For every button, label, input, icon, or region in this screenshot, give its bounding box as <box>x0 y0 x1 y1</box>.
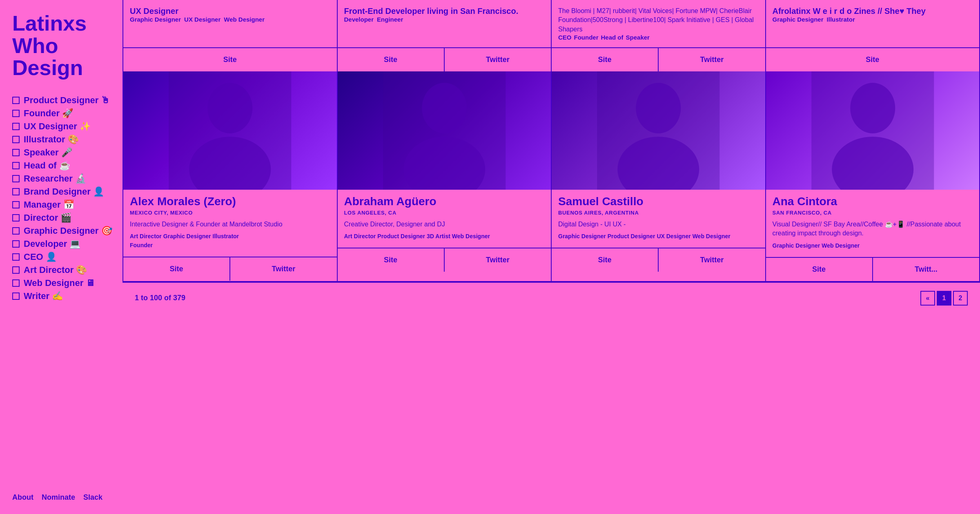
filter-checkbox-ceo[interactable] <box>12 253 20 261</box>
card-extra-tag: Founder <box>130 242 153 248</box>
top-card-4: Afrolatinx W e i r d o Zines // She♥ The… <box>766 0 980 71</box>
card-2: Samuel CastilloBuenos Aires, ArgentinaDi… <box>552 71 766 282</box>
top-cards-row: UX Designer Graphic Designer UX Designer… <box>122 0 980 71</box>
top-card-3-twitter-btn[interactable]: Twitter <box>659 48 765 71</box>
filter-item-writer[interactable]: Writer ✍ <box>12 290 114 303</box>
pagination-page-1[interactable]: 1 <box>937 291 951 306</box>
card-btn-twitter[interactable]: Twitter <box>659 248 765 272</box>
card-role-tag: Web Designer <box>693 233 731 239</box>
card-btn-site[interactable]: Site <box>338 248 445 272</box>
filter-item-art-director[interactable]: Art Director 🎨 <box>12 264 114 277</box>
filter-item-illustrator[interactable]: Illustrator 🎨 <box>12 133 114 146</box>
card-photo-2 <box>552 71 765 190</box>
card-info-2: Samuel CastilloBuenos Aires, ArgentinaDi… <box>552 190 765 248</box>
filter-item-brand-designer[interactable]: Brand Designer 👤 <box>12 185 114 198</box>
filter-label-ux-designer: UX Designer ✨ <box>24 121 91 132</box>
card-buttons-0: SiteTwitter <box>123 257 337 281</box>
filter-checkbox-graphic-designer[interactable] <box>12 227 20 235</box>
top-card-2: Front-End Developer living in San Franci… <box>338 0 552 71</box>
pagination-row: 1 to 100 of 379 « 1 2 <box>122 282 980 314</box>
footer-slack[interactable]: Slack <box>83 493 102 502</box>
svg-point-1 <box>207 83 252 133</box>
top-card-4-role: Afrolatinx W e i r d o Zines // She♥ The… <box>773 7 973 16</box>
card-roles-0: Art DirectorGraphic DesignerIllustrator <box>130 233 330 239</box>
filter-checkbox-director[interactable] <box>12 214 20 222</box>
filter-item-ux-designer[interactable]: UX Designer ✨ <box>12 120 114 133</box>
filter-checkbox-writer[interactable] <box>12 292 20 300</box>
svg-point-7 <box>636 83 681 133</box>
card-name-1: Abraham Agüero <box>344 195 545 208</box>
filter-item-graphic-designer[interactable]: Graphic Designer 🎯 <box>12 224 114 237</box>
filter-item-researcher[interactable]: Researcher 🔬 <box>12 172 114 185</box>
filter-label-illustrator: Illustrator 🎨 <box>24 134 79 145</box>
filter-item-product-designer[interactable]: Product Designer 🖱 <box>12 94 114 107</box>
sidebar: Latinxs Who Design Product Designer 🖱Fou… <box>0 0 122 514</box>
card-btn-twitter[interactable]: Twitter <box>230 257 336 281</box>
top-card-2-twitter-btn[interactable]: Twitter <box>445 48 551 71</box>
card-roles-2: Graphic DesignerProduct DesignerUX Desig… <box>558 233 759 239</box>
top-card-4-tags: Graphic Designer Illustrator <box>773 16 973 23</box>
top-card-2-role: Front-End Developer living in San Franci… <box>344 7 545 16</box>
filter-checkbox-art-director[interactable] <box>12 266 20 274</box>
filter-checkbox-ux-designer[interactable] <box>12 123 20 130</box>
card-btn-site[interactable]: Site <box>552 248 659 272</box>
filter-item-manager[interactable]: Manager 📅 <box>12 198 114 211</box>
card-btn-site[interactable]: Site <box>766 258 873 281</box>
main-content: UX Designer Graphic Designer UX Designer… <box>122 0 980 514</box>
card-btn-twitter[interactable]: Twitter <box>445 248 551 272</box>
pagination-prev[interactable]: « <box>920 291 935 306</box>
filter-label-manager: Manager 📅 <box>24 199 74 210</box>
card-info-0: Alex Morales (Zero)Mexico City, MexicoIn… <box>123 190 337 257</box>
card-name-3: Ana Cintora <box>773 195 973 208</box>
filter-label-director: Director 🎬 <box>24 213 71 223</box>
top-card-4-site-btn[interactable]: Site <box>766 48 980 71</box>
card-location-0: Mexico City, Mexico <box>130 210 330 216</box>
filter-checkbox-manager[interactable] <box>12 201 20 208</box>
top-card-3-buttons: Site Twitter <box>552 47 765 71</box>
card-location-3: San Francisco, CA <box>773 210 973 216</box>
svg-point-10 <box>850 83 895 133</box>
top-card-3-site-btn[interactable]: Site <box>552 48 659 71</box>
filter-checkbox-illustrator[interactable] <box>12 136 20 143</box>
top-card-2-buttons: Site Twitter <box>338 47 551 71</box>
top-card-3: The Bloomi | M27| rubberit| Vital Voices… <box>552 0 766 71</box>
top-card-1-tags: Graphic Designer UX Designer Web Designe… <box>130 16 330 23</box>
card-name-0: Alex Morales (Zero) <box>130 195 330 208</box>
card-0: Alex Morales (Zero)Mexico City, MexicoIn… <box>123 71 338 282</box>
top-card-3-desc: The Bloomi | M27| rubberit| Vital Voices… <box>558 7 759 34</box>
filter-item-director[interactable]: Director 🎬 <box>12 211 114 224</box>
card-description-0: Interactive Designer & Founder at Mandel… <box>130 220 330 229</box>
filter-item-developer[interactable]: Developer 💻 <box>12 237 114 250</box>
card-btn-site[interactable]: Site <box>123 257 230 281</box>
filter-checkbox-web-designer[interactable] <box>12 279 20 287</box>
footer-about[interactable]: About <box>12 493 33 502</box>
top-card-1-site-btn[interactable]: Site <box>123 48 337 71</box>
site-title: Latinxs Who Design <box>12 12 114 79</box>
filter-label-head-of: Head of ☕ <box>24 160 70 171</box>
filter-checkbox-product-designer[interactable] <box>12 97 20 104</box>
filter-checkbox-researcher[interactable] <box>12 175 20 182</box>
filter-checkbox-developer[interactable] <box>12 240 20 248</box>
card-role-tag: Graphic Designer <box>773 242 820 249</box>
footer-nominate[interactable]: Nominate <box>42 493 75 502</box>
filter-checkbox-head-of[interactable] <box>12 162 20 169</box>
filter-item-ceo[interactable]: CEO 👤 <box>12 250 114 264</box>
pagination-controls: « 1 2 <box>920 291 968 306</box>
card-name-2: Samuel Castillo <box>558 195 759 208</box>
filter-checkbox-brand-designer[interactable] <box>12 188 20 195</box>
pagination-count: 1 to 100 of 379 <box>135 294 185 302</box>
card-role-tag: Product Designer <box>377 233 425 239</box>
card-description-1: Creative Director, Designer and DJ <box>344 220 545 229</box>
filter-item-founder[interactable]: Founder 🚀 <box>12 107 114 120</box>
card-btn-twitt[interactable]: Twitt... <box>873 258 979 281</box>
filter-checkbox-speaker[interactable] <box>12 149 20 156</box>
pagination-page-2[interactable]: 2 <box>953 291 968 306</box>
card-roles-3: Graphic DesignerWeb Designer <box>773 242 973 249</box>
filter-item-web-designer[interactable]: Web Designer 🖥 <box>12 277 114 290</box>
filter-item-speaker[interactable]: Speaker 🎤 <box>12 146 114 159</box>
top-card-2-site-btn[interactable]: Site <box>338 48 445 71</box>
svg-point-4 <box>422 83 467 133</box>
filter-item-head-of[interactable]: Head of ☕ <box>12 159 114 172</box>
filter-checkbox-founder[interactable] <box>12 110 20 117</box>
card-role-tag: Graphic Designer <box>558 233 606 239</box>
